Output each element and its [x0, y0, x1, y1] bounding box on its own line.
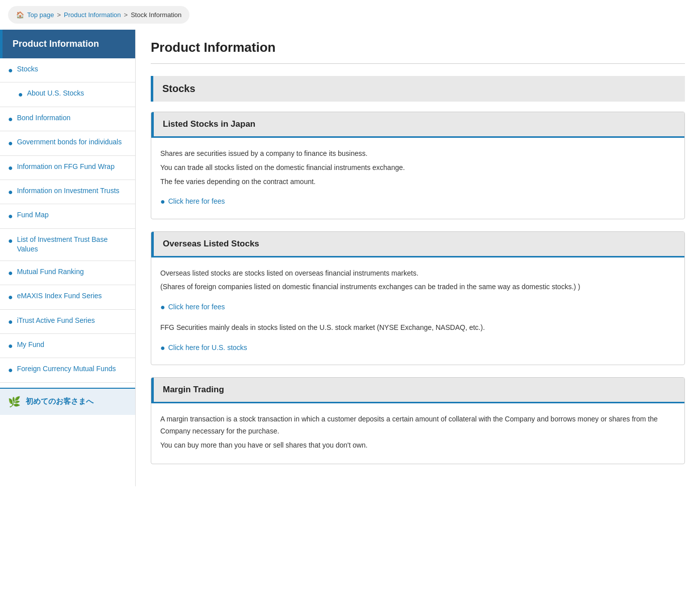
overseas-desc-1: Overseas listed stocks are stocks listed…	[160, 268, 675, 280]
listed-desc-2: You can trade all stocks listed on the d…	[160, 162, 675, 174]
overseas-us-stocks-link-row[interactable]: ● Click here for U.S. stocks	[160, 341, 675, 355]
section-header-margin: Margin Trading	[151, 378, 684, 402]
overseas-us-stocks-link[interactable]: Click here for U.S. stocks	[168, 342, 247, 354]
sidebar-title: Product Information	[0, 30, 135, 58]
sidebar-bottom-new-customer[interactable]: 🌿 初めてのお客さまへ	[0, 388, 135, 415]
listed-fees-link-row[interactable]: ● Click here for fees	[160, 195, 675, 208]
breadcrumb-product-info[interactable]: Product Information	[64, 11, 121, 19]
margin-desc-2: You can buy more than you have or sell s…	[160, 440, 675, 452]
section-body-overseas: Overseas listed stocks are stocks listed…	[151, 257, 684, 365]
overseas-fees-link-row[interactable]: ● Click here for fees	[160, 300, 675, 314]
section-body-listed: Shares are securities issued by a compan…	[151, 138, 684, 219]
section-listed-stocks-japan: Listed Stocks in Japan Shares are securi…	[151, 112, 685, 219]
main-content: Product Information Stocks Listed Stocks…	[136, 30, 700, 486]
sidebar-item-inv-trust-base[interactable]: ● List of Investment Trust Base Values	[0, 229, 135, 261]
bullet-icon-inv-base: ●	[8, 235, 13, 246]
listed-desc-1: Shares are securities issued by a compan…	[160, 148, 675, 160]
sidebar-item-my-fund[interactable]: ● My Fund	[0, 334, 135, 358]
sidebar-item-bond-info[interactable]: ● Bond Information	[0, 107, 135, 131]
overseas-desc-2: (Shares of foreign companies listed on d…	[160, 281, 675, 293]
link-icon-fees-2: ●	[160, 300, 165, 314]
sidebar-item-emaxis[interactable]: ● eMAXIS Index Fund Series	[0, 285, 135, 309]
bullet-icon-bond: ●	[8, 114, 13, 125]
section-body-margin: A margin transaction is a stock transact…	[151, 403, 684, 463]
margin-desc-1: A margin transaction is a stock transact…	[160, 413, 675, 438]
sidebar-item-stocks[interactable]: ● Stocks	[0, 58, 135, 82]
breadcrumb-sep-2: >	[124, 11, 128, 19]
sidebar-item-fund-map[interactable]: ● Fund Map	[0, 204, 135, 228]
overseas-fees-link[interactable]: Click here for fees	[168, 301, 225, 313]
sidebar-item-us-stocks[interactable]: ● About U.S. Stocks	[0, 82, 135, 107]
breadcrumb-current: Stock Information	[131, 11, 181, 19]
bullet-icon-govt: ●	[8, 138, 13, 149]
bullet-icon-us-stocks: ●	[18, 89, 23, 100]
link-icon-fees-1: ●	[160, 195, 165, 208]
link-icon-us-stocks: ●	[160, 341, 165, 355]
stocks-section-title: Stocks	[151, 76, 685, 102]
breadcrumb: 🏠 Top page > Product Information > Stock…	[8, 6, 189, 24]
section-overseas-stocks: Overseas Listed Stocks Overseas listed s…	[151, 231, 685, 366]
bullet-icon-mutual: ●	[8, 268, 13, 279]
sidebar-item-foreign-currency[interactable]: ● Foreign Currency Mutual Funds	[0, 358, 135, 382]
sidebar-item-itrust[interactable]: ● iTrust Active Fund Series	[0, 310, 135, 334]
leaf-icon: 🌿	[8, 396, 21, 408]
home-icon: 🏠	[16, 11, 24, 19]
bullet-icon-fund-map: ●	[8, 211, 13, 222]
bullet-icon-stocks: ●	[8, 65, 13, 76]
overseas-extra-text: FFG Securities mainly deals in stocks li…	[160, 322, 675, 334]
listed-fees-link[interactable]: Click here for fees	[168, 196, 225, 208]
sidebar-item-ffg-fund-wrap[interactable]: ● Information on FFG Fund Wrap	[0, 156, 135, 180]
sidebar-item-investment-trusts[interactable]: ● Information on Investment Trusts	[0, 180, 135, 204]
sidebar-item-govt-bonds[interactable]: ● Government bonds for individuals	[0, 131, 135, 155]
breadcrumb-sep-1: >	[57, 11, 61, 19]
bullet-icon-ffg: ●	[8, 162, 13, 174]
section-header-overseas: Overseas Listed Stocks	[151, 232, 684, 256]
breadcrumb-home[interactable]: Top page	[27, 11, 54, 19]
bullet-icon-itrust: ●	[8, 316, 13, 327]
sidebar-item-mutual-ranking[interactable]: ● Mutual Fund Ranking	[0, 261, 135, 285]
section-margin-trading: Margin Trading A margin transaction is a…	[151, 377, 685, 464]
bullet-icon-inv-trusts: ●	[8, 187, 13, 198]
bullet-icon-my-fund: ●	[8, 340, 13, 352]
listed-desc-3: The fee varies depending on the contract…	[160, 176, 675, 188]
sidebar: Product Information ● Stocks ● About U.S…	[0, 30, 136, 486]
bullet-icon-emaxis: ●	[8, 292, 13, 303]
section-header-listed-stocks: Listed Stocks in Japan	[151, 112, 684, 136]
page-title: Product Information	[151, 40, 685, 64]
bullet-icon-foreign: ●	[8, 365, 13, 376]
